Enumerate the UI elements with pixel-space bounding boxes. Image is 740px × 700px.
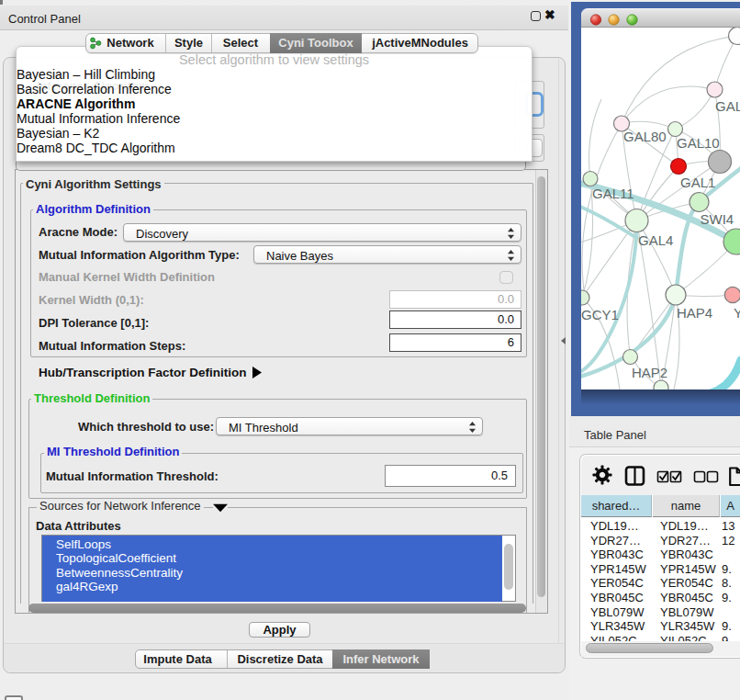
svg-text:GCY1: GCY1 [581, 307, 619, 322]
svg-text:GAL11: GAL11 [592, 186, 634, 201]
svg-text:HAP4: HAP4 [677, 305, 712, 321]
svg-text:GAL1: GAL1 [680, 175, 715, 190]
svg-text:HAP2: HAP2 [632, 365, 667, 380]
svg-text:GAL80: GAL80 [623, 129, 667, 144]
svg-text:GAL7: GAL7 [715, 98, 740, 114]
svg-text:GAL4: GAL4 [638, 232, 673, 248]
svg-text:GAL10: GAL10 [677, 135, 720, 151]
svg-text:SWI4: SWI4 [701, 211, 734, 227]
svg-text:YEL: YEL [734, 305, 740, 321]
